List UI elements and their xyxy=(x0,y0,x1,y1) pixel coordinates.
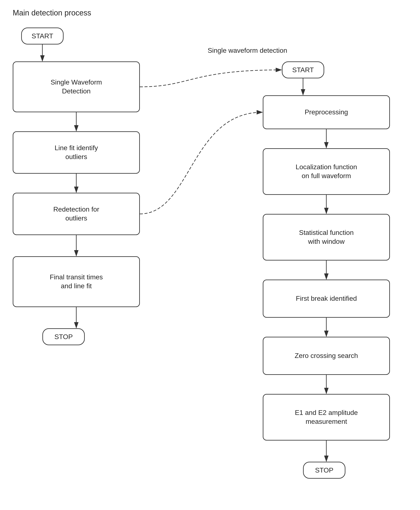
final-transit-box: Final transit timesand line fit xyxy=(13,256,140,307)
amplitude-box: E1 and E2 amplitudemeasurement xyxy=(263,394,390,441)
right-stop-terminal: STOP xyxy=(303,462,345,479)
preprocessing-box: Preprocessing xyxy=(263,95,390,129)
statistical-box: Statistical functionwith window xyxy=(263,214,390,260)
zero-crossing-box: Zero crossing search xyxy=(263,337,390,375)
left-stop-terminal: STOP xyxy=(42,328,85,345)
first-break-box: First break identified xyxy=(263,280,390,318)
left-start-terminal: START xyxy=(21,28,64,44)
single-waveform-box: Single WaveformDetection xyxy=(13,61,140,112)
redetection-box: Redetection foroutliers xyxy=(13,193,140,235)
right-start-terminal: START xyxy=(282,61,324,78)
localization-box: Localization functionon full waveform xyxy=(263,148,390,195)
page-title: Main detection process xyxy=(13,8,91,17)
line-fit-box: Line fit identifyoutliers xyxy=(13,131,140,174)
section-label: Single waveform detection xyxy=(208,47,287,54)
